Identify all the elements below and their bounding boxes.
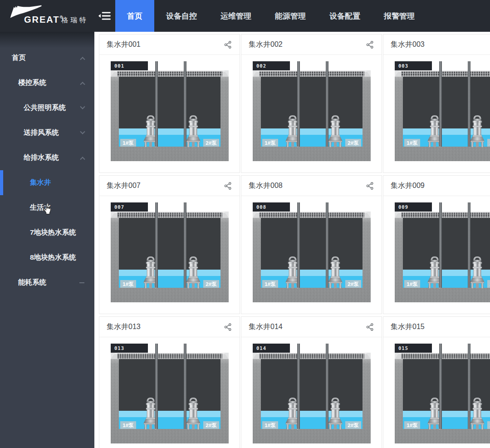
well-tag-text: 013 bbox=[114, 345, 124, 351]
nav-item-alarm-management[interactable]: 报警管理 bbox=[372, 0, 426, 32]
sidebar-item-supply-exhaust-air-system[interactable]: 送排风系统 bbox=[0, 120, 94, 145]
well-grate bbox=[259, 354, 364, 359]
sidebar-item-domestic-water[interactable]: 生活水 bbox=[0, 195, 94, 220]
well-grate bbox=[401, 71, 490, 76]
share-button[interactable] bbox=[365, 40, 374, 49]
sidebar-item-plot8-hot-water-system[interactable]: 8地块热水系统 bbox=[0, 245, 94, 270]
card-body: 1#泵 2#泵 014 bbox=[241, 337, 382, 448]
well-tag-text: 001 bbox=[114, 63, 124, 69]
card-header: 集水井009 bbox=[383, 176, 490, 196]
sump-well-diagram: 1#泵 2#泵 001 bbox=[111, 61, 229, 161]
sidebar-item-energy-consumption-system[interactable]: 能耗系统 bbox=[0, 270, 94, 295]
share-button[interactable] bbox=[223, 40, 232, 49]
sump-well-card: 集水井002 bbox=[241, 34, 382, 173]
sump-well-diagram: 1#泵 2#泵 009 bbox=[395, 202, 490, 302]
pump1-label: 1#泵 bbox=[407, 140, 418, 146]
chevron-down-icon bbox=[80, 104, 85, 109]
sump-well-card: 集水井015 bbox=[383, 316, 490, 448]
sump-well-card: 集水井009 bbox=[383, 175, 490, 314]
nav-item-equipment-config[interactable]: 设备配置 bbox=[318, 0, 372, 32]
share-button[interactable] bbox=[365, 181, 374, 190]
water-surface bbox=[119, 270, 220, 276]
pump2-label: 2#泵 bbox=[348, 423, 359, 428]
share-icon bbox=[224, 182, 232, 190]
brand-logo: GREAT® 格瑞特 bbox=[0, 0, 94, 32]
card-header: 集水井007 bbox=[99, 176, 240, 196]
card-header: 集水井008 bbox=[241, 176, 382, 196]
nav-item-energy-management[interactable]: 能源管理 bbox=[263, 0, 318, 32]
sidebar-item-label: 给排水系统 bbox=[24, 153, 81, 162]
card-body: 1#泵 2#泵 013 bbox=[99, 337, 240, 448]
sidebar-item-water-supply-drainage-system[interactable]: 给排水系统 bbox=[0, 145, 94, 170]
sump-well-diagram: 1#泵 2#泵 007 bbox=[111, 202, 229, 302]
well-grate bbox=[117, 71, 222, 76]
card-body: 1#泵 2#泵 001 bbox=[99, 55, 240, 172]
share-icon bbox=[366, 182, 374, 190]
sidebar-item-label: 首页 bbox=[12, 53, 81, 63]
card-header: 集水井003 bbox=[383, 34, 490, 55]
sump-well-diagram: 1#泵 2#泵 015 bbox=[395, 344, 490, 443]
top-navbar: GREAT® 格瑞特 首页设备自控运维管理能源管理设备配置报警管理 bbox=[0, 0, 490, 32]
card-header: 集水井014 bbox=[241, 317, 382, 337]
well-grate bbox=[401, 354, 490, 359]
sidebar-menu: 首页楼控系统公共照明系统送排风系统给排水系统集水井生活水7地块热水系统8地块热水… bbox=[0, 32, 94, 295]
pump1-label: 1#泵 bbox=[122, 281, 134, 287]
chevron-down-icon bbox=[80, 129, 85, 134]
sidebar-item-sump-well[interactable]: 集水井 bbox=[0, 170, 94, 195]
dash-icon bbox=[79, 282, 84, 283]
card-body: 1#泵 2#泵 009 bbox=[383, 196, 490, 314]
pump1-label: 1#泵 bbox=[265, 140, 276, 146]
well-tag-text: 008 bbox=[256, 204, 266, 210]
share-icon bbox=[224, 40, 232, 49]
card-body: 1#泵 2#泵 007 bbox=[99, 196, 240, 314]
well-grate bbox=[401, 212, 490, 217]
pump1-label: 1#泵 bbox=[407, 281, 418, 287]
well-grate bbox=[117, 354, 222, 359]
card-title: 集水井002 bbox=[249, 40, 283, 49]
share-button[interactable] bbox=[223, 322, 232, 331]
pump2-label: 2#泵 bbox=[348, 140, 359, 146]
sump-well-diagram: 1#泵 2#泵 014 bbox=[253, 344, 371, 443]
share-icon bbox=[224, 323, 232, 331]
well-grate bbox=[259, 212, 364, 217]
sidebar-item-label: 生活水 bbox=[30, 203, 84, 212]
well-tag-text: 015 bbox=[398, 345, 408, 351]
nav-item-equipment-auto-control[interactable]: 设备自控 bbox=[154, 0, 209, 32]
sidebar-item-label: 楼控系统 bbox=[18, 78, 81, 88]
water-surface bbox=[261, 270, 363, 276]
well-pit bbox=[119, 359, 220, 411]
card-title: 集水井001 bbox=[107, 40, 141, 49]
well-pit bbox=[261, 77, 363, 128]
pump2-label: 2#泵 bbox=[348, 281, 359, 287]
well-grate bbox=[259, 71, 364, 76]
sidebar-item-label: 集水井 bbox=[30, 178, 84, 187]
sidebar-collapse-button[interactable] bbox=[94, 0, 115, 32]
chevron-up-icon bbox=[80, 57, 85, 62]
sidebar-item-home[interactable]: 首页 bbox=[0, 45, 94, 70]
pump1-label: 1#泵 bbox=[265, 423, 276, 428]
well-pit bbox=[119, 218, 220, 270]
sidebar-item-public-lighting-system[interactable]: 公共照明系统 bbox=[0, 95, 94, 120]
sidebar-item-label: 能耗系统 bbox=[18, 278, 79, 287]
content-area: 集水井001 bbox=[94, 32, 490, 448]
card-title: 集水井008 bbox=[249, 181, 283, 191]
nav-item-operations-management[interactable]: 运维管理 bbox=[209, 0, 263, 32]
well-grate bbox=[117, 212, 222, 217]
card-header: 集水井001 bbox=[99, 34, 240, 55]
pump1-label: 1#泵 bbox=[265, 281, 276, 287]
well-pit bbox=[119, 77, 220, 128]
chevron-up-icon bbox=[80, 157, 85, 162]
share-button[interactable] bbox=[365, 322, 374, 331]
share-button[interactable] bbox=[223, 181, 232, 190]
chevron-up-icon bbox=[80, 82, 85, 87]
nav-item-home[interactable]: 首页 bbox=[115, 0, 154, 32]
top-nav: 首页设备自控运维管理能源管理设备配置报警管理 bbox=[115, 0, 426, 32]
well-tag-text: 002 bbox=[256, 63, 266, 69]
sump-well-card: 集水井001 bbox=[99, 34, 240, 173]
sump-well-card: 集水井014 bbox=[241, 316, 382, 448]
share-icon bbox=[366, 323, 374, 331]
card-title: 集水井015 bbox=[391, 322, 425, 332]
sidebar-item-building-control-system[interactable]: 楼控系统 bbox=[0, 70, 94, 95]
card-body: 1#泵 2#泵 003 bbox=[383, 55, 490, 172]
sidebar-item-plot7-hot-water-system[interactable]: 7地块热水系统 bbox=[0, 220, 94, 245]
